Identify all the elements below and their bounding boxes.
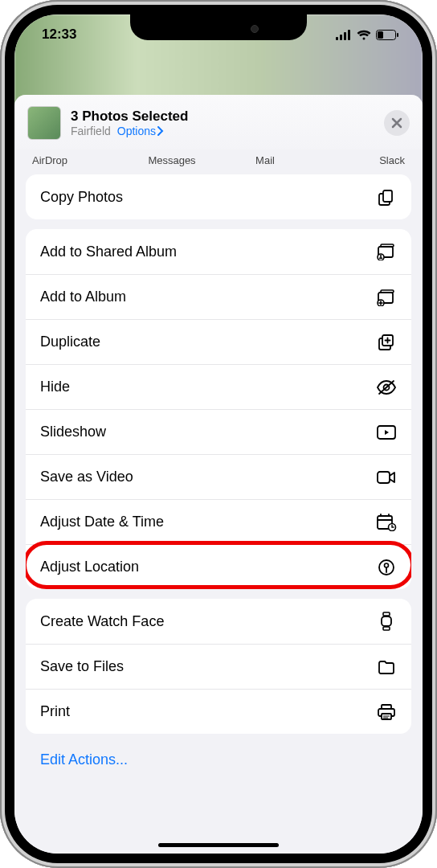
status-indicators	[336, 30, 398, 40]
print-icon	[376, 702, 397, 723]
svg-rect-13	[381, 290, 394, 293]
svg-point-11	[380, 255, 382, 256]
wifi-icon	[357, 30, 371, 40]
shared-album-icon	[376, 241, 397, 262]
share-app-airdrop[interactable]: AirDrop	[32, 154, 125, 166]
share-title-block: 3 Photos Selected Fairfield Options	[71, 108, 374, 137]
share-app-messages[interactable]: Messages	[125, 154, 218, 166]
action-label: Create Watch Face	[40, 613, 164, 630]
svg-rect-6	[397, 33, 398, 37]
action-add-album[interactable]: Add to Album	[26, 274, 411, 319]
share-sheet: 3 Photos Selected Fairfield Options AirD…	[14, 95, 423, 854]
battery-icon	[376, 30, 398, 40]
close-button[interactable]	[384, 110, 410, 136]
selection-thumbnail[interactable]	[27, 106, 61, 140]
action-print[interactable]: Print	[26, 689, 411, 734]
action-label: Add to Shared Album	[40, 244, 177, 260]
screen: 12:33 3 Photos Selected Fairfield Option…	[14, 14, 423, 854]
share-subtitle: Fairfield Options	[71, 125, 374, 137]
svg-rect-9	[381, 244, 394, 247]
action-label: Hide	[40, 379, 70, 395]
status-time: 12:33	[42, 27, 76, 43]
action-label: Duplicate	[40, 334, 100, 350]
share-options-button[interactable]: Options	[117, 125, 164, 137]
action-label: Save as Video	[40, 469, 133, 485]
action-group-secondary: Create Watch Face Save to Files Print	[26, 599, 411, 734]
close-icon	[391, 117, 402, 129]
options-label: Options	[117, 125, 156, 137]
home-indicator[interactable]	[158, 843, 279, 847]
app-share-row: AirDrop Messages Mail Slack	[14, 149, 423, 174]
action-copy-photos[interactable]: Copy Photos	[26, 174, 411, 219]
chevron-right-icon	[157, 126, 164, 136]
svg-rect-3	[348, 30, 350, 40]
action-group-main: Add to Shared Album Add to Album Duplica…	[26, 229, 411, 589]
action-label: Copy Photos	[40, 189, 123, 206]
share-app-mail[interactable]: Mail	[218, 154, 312, 166]
phone-frame: 12:33 3 Photos Selected Fairfield Option…	[0, 0, 437, 868]
action-save-to-files[interactable]: Save to Files	[26, 644, 411, 689]
action-duplicate[interactable]: Duplicate	[26, 319, 411, 364]
hide-icon	[376, 377, 397, 398]
edit-actions-button[interactable]: Edit Actions...	[26, 743, 411, 786]
svg-rect-0	[336, 37, 338, 40]
add-album-icon	[376, 287, 397, 308]
svg-rect-24	[383, 612, 390, 616]
video-icon	[376, 467, 397, 488]
watch-icon	[376, 611, 397, 632]
map-pin-icon	[376, 557, 397, 578]
action-slideshow[interactable]: Slideshow	[26, 409, 411, 454]
action-label: Adjust Date & Time	[40, 514, 164, 530]
action-adjust-location[interactable]: Adjust Location	[26, 544, 411, 589]
svg-rect-5	[378, 31, 383, 39]
action-label: Adjust Location	[40, 559, 139, 575]
action-label: Add to Album	[40, 289, 126, 305]
action-adjust-date[interactable]: Adjust Date & Time	[26, 499, 411, 544]
folder-icon	[376, 657, 397, 678]
svg-rect-7	[383, 190, 392, 202]
action-label: Save to Files	[40, 658, 124, 675]
copy-icon	[376, 186, 397, 207]
action-label: Print	[40, 703, 70, 720]
action-add-shared-album[interactable]: Add to Shared Album	[26, 229, 411, 274]
svg-rect-25	[383, 627, 390, 630]
share-title: 3 Photos Selected	[71, 108, 374, 125]
calendar-clock-icon	[376, 512, 397, 533]
actions-list[interactable]: Copy Photos Add to Shared Album	[14, 174, 423, 854]
action-save-video[interactable]: Save as Video	[26, 454, 411, 499]
action-hide[interactable]: Hide	[26, 364, 411, 409]
svg-rect-2	[344, 32, 346, 40]
action-label: Slideshow	[40, 424, 106, 440]
notch	[130, 14, 307, 40]
share-app-slack[interactable]: Slack	[312, 154, 405, 166]
action-group-copy: Copy Photos	[26, 174, 411, 219]
action-create-watch-face[interactable]: Create Watch Face	[26, 599, 411, 644]
play-rect-icon	[376, 422, 397, 443]
svg-rect-18	[378, 472, 390, 483]
duplicate-icon	[376, 332, 397, 353]
cellular-icon	[336, 30, 352, 40]
location-label: Fairfield	[71, 125, 111, 137]
svg-rect-1	[340, 35, 342, 40]
svg-rect-23	[382, 616, 391, 626]
share-sheet-header: 3 Photos Selected Fairfield Options	[14, 95, 423, 149]
